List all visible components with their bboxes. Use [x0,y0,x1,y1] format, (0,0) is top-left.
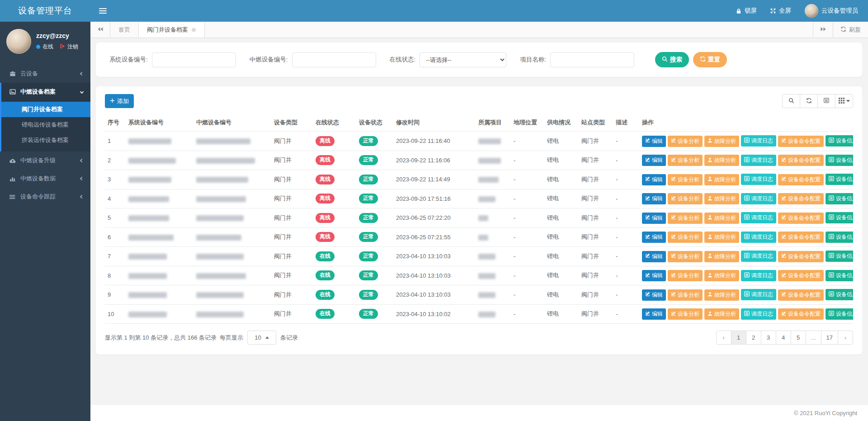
编辑-button[interactable]: 编辑 [642,193,666,204]
tabs-scroll-right-button[interactable] [813,22,833,38]
sys-device-no-input[interactable] [152,52,236,67]
project-name-input[interactable] [550,52,634,67]
故障分析-button[interactable]: 故障分析 [704,289,739,301]
编辑-button[interactable]: 编辑 [642,251,666,262]
设备命令配置-button[interactable]: 设备命令配置 [778,174,824,185]
设备分析-button[interactable]: 设备分析 [668,289,703,301]
设备命令配置-button[interactable]: 设备命令配置 [778,136,824,147]
设备命令配置-button[interactable]: 设备命令配置 [778,232,824,243]
设备信息-button[interactable]: 设备信息 [826,232,853,243]
编辑-button[interactable]: 编辑 [642,270,666,281]
编辑-button[interactable]: 编辑 [642,289,666,301]
设备信息-button[interactable]: 设备信息 [826,155,853,166]
调度日志-button[interactable]: 调度日志 [741,232,776,243]
page-button-1[interactable]: 1 [731,331,746,345]
故障分析-button[interactable]: 故障分析 [704,213,739,224]
sidebar-item[interactable]: 中燃设备数据 [1,170,90,188]
设备信息-button[interactable]: 设备信息 [826,135,853,147]
调度日志-button[interactable]: 调度日志 [741,174,776,185]
故障分析-button[interactable]: 故障分析 [704,251,739,262]
设备命令配置-button[interactable]: 设备命令配置 [778,289,824,301]
cell-project [476,285,511,305]
设备信息-button[interactable]: 设备信息 [826,308,853,320]
编辑-button[interactable]: 编辑 [642,136,666,147]
调度日志-button[interactable]: 调度日志 [741,155,776,166]
设备分析-button[interactable]: 设备分析 [668,251,703,262]
add-button[interactable]: 添加 [105,94,134,108]
设备分析-button[interactable]: 设备分析 [668,174,703,185]
page-size-select[interactable]: 10 [247,331,276,345]
sidebar-item[interactable]: 设备命令跟踪 [1,188,90,206]
grid-tool-button[interactable] [835,94,853,108]
故障分析-button[interactable]: 故障分析 [704,193,739,204]
logout-button[interactable]: 注销 [60,43,78,51]
调度日志-button[interactable]: 调度日志 [741,135,776,147]
设备信息-button[interactable]: 设备信息 [826,193,853,204]
lock-screen-button[interactable]: 锁屏 [736,7,757,15]
设备分析-button[interactable]: 设备分析 [668,213,703,224]
设备命令配置-button[interactable]: 设备命令配置 [778,251,824,262]
sidebar-toggle-button[interactable] [90,0,115,22]
sidebar-subitem[interactable]: 锂电远传设备档案 [1,117,90,132]
设备分析-button[interactable]: 设备分析 [668,270,703,281]
调度日志-button[interactable]: 调度日志 [741,193,776,204]
设备分析-button[interactable]: 设备分析 [668,308,703,320]
编辑-button[interactable]: 编辑 [642,232,666,243]
reset-button[interactable]: 重置 [693,52,727,67]
page-button-5[interactable]: 5 [791,331,806,345]
设备信息-button[interactable]: 设备信息 [826,174,853,185]
调度日志-button[interactable]: 调度日志 [741,270,776,281]
设备分析-button[interactable]: 设备分析 [668,155,703,166]
设备命令配置-button[interactable]: 设备命令配置 [778,155,824,166]
prev-page-button[interactable]: ‹ [716,331,731,345]
调度日志-button[interactable]: 调度日志 [741,308,776,320]
sidebar-item[interactable]: 中燃设备档案 [1,83,90,101]
sidebar-item[interactable]: 中燃设备升级 [1,151,90,170]
online-status-select[interactable]: --请选择-- [420,52,506,67]
编辑-button[interactable]: 编辑 [642,155,666,166]
设备信息-button[interactable]: 设备信息 [826,212,853,223]
编辑-button[interactable]: 编辑 [642,213,666,224]
故障分析-button[interactable]: 故障分析 [704,174,739,185]
故障分析-button[interactable]: 故障分析 [704,232,739,243]
sidebar-subitem[interactable]: 拼装远传设备档案 [1,132,90,148]
设备命令配置-button[interactable]: 设备命令配置 [778,308,824,320]
故障分析-button[interactable]: 故障分析 [704,155,739,166]
page-button-3[interactable]: 3 [761,331,776,345]
page-button-17[interactable]: 17 [821,331,838,345]
设备分析-button[interactable]: 设备分析 [668,136,703,147]
设备命令配置-button[interactable]: 设备命令配置 [778,193,824,204]
设备分析-button[interactable]: 设备分析 [668,232,703,243]
tab-valve-well-archive[interactable]: 阀门井设备档案 ⊗ [139,22,205,38]
设备信息-button[interactable]: 设备信息 [826,251,853,262]
调度日志-button[interactable]: 调度日志 [741,251,776,262]
tab-close-icon[interactable]: ⊗ [191,27,196,33]
设备命令配置-button[interactable]: 设备命令配置 [778,213,824,224]
sidebar-item[interactable]: 云设备 [1,65,90,83]
故障分析-button[interactable]: 故障分析 [704,136,739,147]
page-button-2[interactable]: 2 [746,331,761,345]
list-alt-tool-button[interactable] [817,94,835,108]
设备信息-button[interactable]: 设备信息 [826,289,853,300]
故障分析-button[interactable]: 故障分析 [704,270,739,281]
编辑-button[interactable]: 编辑 [642,174,666,185]
调度日志-button[interactable]: 调度日志 [741,289,776,300]
sidebar-subitem[interactable]: 阀门井设备档案 [1,102,90,117]
编辑-button[interactable]: 编辑 [642,308,666,320]
search-button[interactable]: 搜索 [655,52,689,67]
next-page-button[interactable]: › [838,331,853,345]
设备信息-button[interactable]: 设备信息 [826,270,853,281]
page-button-4[interactable]: 4 [776,331,791,345]
fullscreen-button[interactable]: 全屏 [770,7,791,15]
调度日志-button[interactable]: 调度日志 [741,212,776,223]
search-tool-button[interactable] [782,94,800,108]
tabs-scroll-left-button[interactable] [90,22,110,38]
zr-device-no-input[interactable] [292,52,376,67]
tab-refresh-button[interactable]: 刷新 [833,22,868,38]
设备分析-button[interactable]: 设备分析 [668,193,703,204]
设备命令配置-button[interactable]: 设备命令配置 [778,270,824,281]
refresh-tool-button[interactable] [800,94,818,108]
tab-home[interactable]: 首页 [110,22,139,38]
故障分析-button[interactable]: 故障分析 [704,308,739,320]
user-menu[interactable]: 云设备管理员 [805,4,858,18]
